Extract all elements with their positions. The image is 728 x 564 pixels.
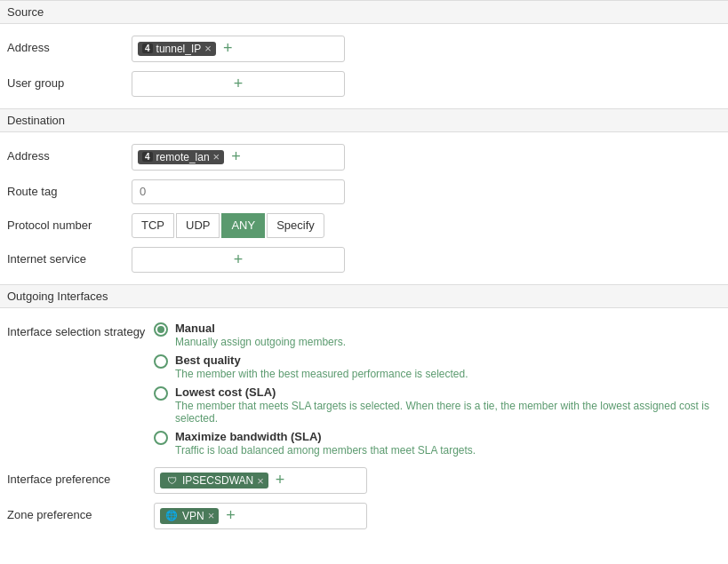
destination-address-control: 4 remote_lan × + [132,144,721,171]
interface-selection-label: Interface selection strategy [7,320,154,338]
zone-preference-tag: 🌐 VPN × [160,508,219,524]
interface-preference-control: 🛡 IPSECSDWAN × + [154,467,721,494]
route-tag-label: Route tag [7,179,132,198]
interface-preference-tag-close[interactable]: × [257,475,264,487]
strategy-manual-text: Manual Manually assign outgoing members. [175,322,346,348]
strategy-lowest-cost-desc: The member that meets SLA targets is sel… [175,400,721,425]
protocol-tcp-btn[interactable]: TCP [132,213,174,238]
tag-number-icon: 4 [142,44,153,53]
strategy-best-quality-radio[interactable] [154,354,168,369]
strategy-best-quality[interactable]: Best quality The member with the best me… [154,352,721,382]
route-tag-input[interactable] [132,179,345,204]
source-address-tag-close[interactable]: × [204,43,212,54]
shield-icon: 🛡 [164,473,179,488]
strategy-manual-desc: Manually assign outgoing members. [175,336,346,348]
destination-title: Destination [7,114,65,127]
strategy-lowest-cost-radio[interactable] [154,386,168,401]
interface-preference-label: Interface preference [7,467,154,486]
interface-preference-row: Interface preference 🛡 IPSECSDWAN × + [0,463,728,498]
zone-preference-label: Zone preference [7,503,154,521]
interface-preference-tagbox[interactable]: 🛡 IPSECSDWAN × + [154,467,367,494]
internet-service-row: Internet service + [0,242,728,278]
destination-address-label: Address [7,144,132,163]
internet-service-label: Internet service [7,247,132,266]
zone-preference-row: Zone preference 🌐 VPN × + [0,498,728,534]
protocol-row: Protocol number TCP UDP ANY Specify [0,209,728,242]
outgoing-title: Outgoing Interfaces [7,290,108,303]
protocol-udp-btn[interactable]: UDP [176,213,220,238]
strategy-best-quality-desc: The member with the best measured perfor… [175,368,468,380]
destination-section: Destination Address 4 remote_lan × + Rou… [0,108,728,284]
internet-service-control: + [132,247,721,274]
destination-address-tag-label: remote_lan [156,151,210,163]
source-title: Source [7,5,44,19]
strategy-maximize-bandwidth-desc: Traffic is load balanced among members t… [175,444,476,457]
protocol-any-btn[interactable]: ANY [221,213,265,238]
protocol-buttons: TCP UDP ANY Specify [132,213,721,238]
source-address-tag-label: tunnel_IP [156,43,202,55]
zone-preference-tag-label: VPN [182,510,204,522]
strategy-manual-radio[interactable] [154,322,168,337]
internet-service-add-btn[interactable]: + [230,250,247,270]
source-section: Source Address 4 tunnel_IP × + User grou… [0,0,728,108]
protocol-control: TCP UDP ANY Specify [132,213,721,238]
dest-tag-number-icon: 4 [142,152,153,162]
strategy-manual-name: Manual [175,322,346,335]
internet-service-tagbox[interactable]: + [132,247,345,274]
strategy-best-quality-text: Best quality The member with the best me… [175,353,468,380]
outgoing-header: Outgoing Interfaces [0,284,728,308]
source-address-add-btn[interactable]: + [220,39,236,59]
zone-preference-tagbox[interactable]: 🌐 VPN × + [154,503,367,529]
source-address-label: Address [7,36,132,54]
interface-preference-add-btn[interactable]: + [272,471,289,490]
strategy-lowest-cost[interactable]: Lowest cost (SLA) The member that meets … [154,384,721,426]
strategy-best-quality-name: Best quality [175,353,468,367]
source-header: Source [0,0,728,24]
vpn-icon: 🌐 [164,509,179,523]
strategy-lowest-cost-text: Lowest cost (SLA) The member that meets … [175,385,721,425]
outgoing-section: Outgoing Interfaces Interface selection … [0,284,728,540]
destination-address-add-btn[interactable]: + [228,147,244,167]
interface-preference-tag: 🛡 IPSECSDWAN × [160,473,268,489]
source-address-tagbox[interactable]: 4 tunnel_IP × + [132,36,345,62]
destination-header: Destination [0,108,728,132]
strategy-maximize-bandwidth-radio[interactable] [154,431,168,445]
zone-preference-tag-close[interactable]: × [208,510,215,521]
source-usergroup-row: User group + [0,67,728,102]
source-usergroup-add-btn[interactable]: + [230,75,247,94]
interface-preference-tag-label: IPSECSDWAN [182,474,253,487]
zone-preference-control: 🌐 VPN × + [154,503,721,529]
protocol-label: Protocol number [7,213,132,232]
destination-address-tagbox[interactable]: 4 remote_lan × + [132,144,345,171]
strategy-maximize-bandwidth[interactable]: Maximize bandwidth (SLA) Traffic is load… [154,428,721,458]
strategy-lowest-cost-name: Lowest cost (SLA) [175,385,721,399]
zone-preference-add-btn[interactable]: + [222,506,239,526]
interface-selection-row: Interface selection strategy Manual Manu… [0,315,728,463]
strategy-maximize-bandwidth-text: Maximize bandwidth (SLA) Traffic is load… [175,430,476,457]
destination-address-tag-close[interactable]: × [213,151,220,163]
source-address-control: 4 tunnel_IP × + [132,36,721,62]
source-usergroup-label: User group [7,71,132,90]
route-tag-control [132,179,721,204]
destination-address-tag: 4 remote_lan × [138,150,224,164]
source-usergroup-control: + [132,71,721,98]
destination-address-row: Address 4 remote_lan × + [0,139,728,175]
source-address-tag: 4 tunnel_IP × [138,42,216,56]
strategy-maximize-bandwidth-name: Maximize bandwidth (SLA) [175,430,476,443]
protocol-specify-btn[interactable]: Specify [267,213,324,238]
source-address-row: Address 4 tunnel_IP × + [0,31,728,67]
route-tag-row: Route tag [0,175,728,209]
strategy-manual[interactable]: Manual Manually assign outgoing members. [154,320,721,350]
strategy-options: Manual Manually assign outgoing members.… [154,320,721,458]
source-usergroup-tagbox[interactable]: + [132,71,345,98]
